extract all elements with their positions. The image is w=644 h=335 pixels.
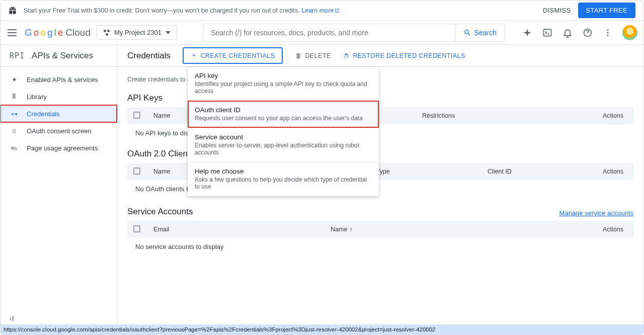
user-avatar[interactable] [622, 25, 637, 40]
google-cloud-logo[interactable]: Google Cloud [25, 27, 91, 38]
col-type: Type [370, 163, 481, 180]
svg-point-3 [607, 32, 609, 33]
status-bar-url: https://console.cloud.google.com/apis/cr… [1, 324, 643, 334]
trash-icon [295, 52, 302, 59]
plus-icon: ＋ [191, 51, 197, 60]
service-accounts-title: Service Accounts [127, 207, 193, 217]
search-bar: Search [203, 24, 505, 42]
create-credentials-button[interactable]: ＋ CREATE CREDENTIALS [183, 47, 283, 64]
menu-icon[interactable] [7, 27, 19, 39]
gemini-icon[interactable] [522, 27, 533, 38]
col-restrictions: Restrictions [416, 107, 593, 124]
service-accounts-empty: No service accounts to display [127, 238, 633, 256]
chevron-down-icon [166, 31, 171, 34]
sidebar-item-enabled-apis[interactable]: ✦Enabled APIs & services [1, 71, 117, 88]
sidebar-title: APIs & Services [32, 51, 93, 61]
restore-icon [343, 52, 350, 59]
sidebar-item-page-usage[interactable]: ≡₀Page usage agreements [1, 139, 117, 156]
col-email: Email [147, 221, 325, 238]
checkbox[interactable] [133, 225, 140, 232]
col-name[interactable]: Name↑ [325, 221, 593, 238]
checkbox[interactable] [133, 168, 140, 175]
cloud-shell-icon[interactable] [542, 27, 553, 38]
page-title: Credentials [127, 51, 171, 61]
page-header: Credentials ＋ CREATE CREDENTIALS DELETE … [117, 45, 643, 67]
help-icon[interactable] [582, 27, 593, 38]
main-content: Credentials ＋ CREATE CREDENTIALS DELETE … [117, 45, 643, 325]
trial-banner: Start your Free Trial with $300 in credi… [1, 1, 643, 21]
service-accounts-table: Email Name↑ Actions No service accounts … [127, 221, 633, 256]
sidebar: RPI APIs & Services ✦Enabled APIs & serv… [1, 45, 117, 325]
sidebar-item-oauth-consent[interactable]: ⁞⁞OAuth consent screen [1, 122, 117, 139]
svg-rect-0 [544, 29, 551, 36]
delete-button[interactable]: DELETE [295, 52, 331, 59]
sidebar-item-credentials[interactable]: ⊶Credentials [1, 105, 117, 122]
search-button[interactable]: Search [455, 24, 505, 42]
svg-point-4 [607, 34, 609, 36]
api-icon: RPI [10, 51, 25, 60]
learn-more-link[interactable]: Learn more [301, 7, 340, 14]
dropdown-help-me-choose[interactable]: Help me choose Asks a few questions to h… [188, 162, 379, 196]
project-picker[interactable]: My Project 2301 [97, 25, 177, 40]
top-bar: Google Cloud My Project 2301 Search [1, 21, 643, 45]
trial-message: Start your Free Trial with $300 in credi… [24, 7, 536, 14]
sort-asc-icon: ↑ [349, 226, 352, 233]
gift-icon [9, 7, 17, 15]
col-actions: Actions [593, 107, 633, 124]
dropdown-service-account[interactable]: Service account Enables server-to-server… [188, 128, 379, 162]
dismiss-button[interactable]: DISMISS [543, 7, 571, 14]
start-free-button[interactable]: START FREE [578, 3, 635, 18]
col-actions: Actions [593, 221, 633, 238]
sidebar-header: RPI APIs & Services [1, 45, 117, 67]
more-icon[interactable] [602, 27, 613, 38]
search-icon [463, 29, 471, 37]
project-icon [103, 29, 110, 36]
project-name: My Project 2301 [114, 29, 162, 36]
svg-point-2 [607, 29, 609, 31]
manage-service-accounts-link[interactable]: Manage service accounts [559, 209, 633, 217]
create-credentials-dropdown: API key Identifies your project using a … [188, 67, 379, 196]
search-input[interactable] [203, 24, 455, 42]
sidebar-item-library[interactable]: 𝄃𝄃Library [1, 88, 117, 105]
dropdown-oauth-client-id[interactable]: OAuth client ID Requests user consent so… [188, 101, 379, 128]
collapse-icon[interactable]: ‹I [10, 314, 14, 322]
restore-button[interactable]: RESTORE DELETED CREDENTIALS [343, 52, 465, 59]
notifications-icon[interactable] [562, 27, 573, 38]
dropdown-api-key[interactable]: API key Identifies your project using a … [188, 67, 379, 101]
col-client-id: Client ID [481, 163, 593, 180]
checkbox[interactable] [133, 112, 140, 119]
col-actions: Actions [593, 163, 633, 180]
